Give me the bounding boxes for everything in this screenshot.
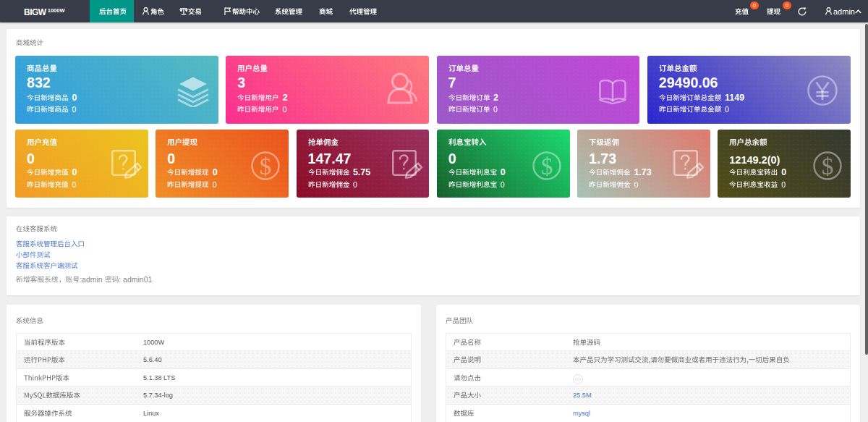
svg-text:$: $	[822, 153, 834, 180]
svg-text:$: $	[260, 153, 272, 180]
svg-text:$: $	[540, 153, 553, 180]
